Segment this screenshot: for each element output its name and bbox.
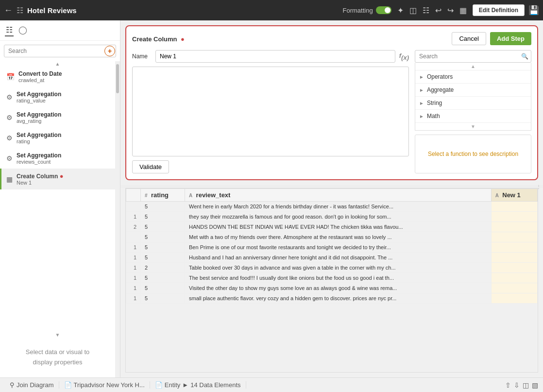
undo-icon[interactable]: ↩	[433, 5, 443, 16]
unsaved-indicator: ●	[179, 35, 184, 43]
rating-cell: 5	[141, 242, 185, 253]
sidebar-item-title: Set Aggregation	[17, 132, 61, 138]
entity-label: Entity	[165, 381, 181, 389]
save-icon[interactable]: 💾	[528, 5, 539, 16]
topbar: ← ☷ Hotel Reviews Formatting ✦ ◫ ☷ ↩ ↪ ▦…	[0, 0, 543, 20]
column-type-icon: A	[189, 193, 192, 198]
panel-header: Create Column ● Cancel Add Step	[132, 32, 531, 45]
new1-cell	[491, 283, 537, 293]
entity-tab[interactable]: 📄 Entity ► 14 Data Elements	[150, 381, 246, 389]
table-row: 2 5 HANDS DOWN THE BEST INDIAN WE HAVE E…	[126, 222, 538, 232]
sidebar-item-convert-to-date[interactable]: 📅 Convert to Date crawled_at	[0, 67, 115, 87]
sidebar-item-aggregation-3[interactable]: ⚙ Set Aggregation rating	[0, 128, 115, 148]
table-header-row: # rating A review_text A New 1	[126, 189, 538, 202]
table-icon[interactable]: ◫	[407, 5, 419, 16]
sidebar-tab-steps[interactable]: ☷	[5, 24, 14, 36]
func-category-string[interactable]: ► String	[415, 97, 531, 110]
sidebar-item-aggregation-1[interactable]: ⚙ Set Aggregation rating_value	[0, 87, 115, 107]
list-icon[interactable]: ☷	[421, 5, 431, 16]
add-step-button[interactable]: Add Step	[490, 32, 531, 45]
new1-column-header[interactable]: A New 1	[491, 189, 537, 202]
chevron-right-icon: ►	[419, 74, 424, 80]
chevron-right-icon: ►	[419, 87, 424, 93]
new1-cell	[491, 253, 537, 263]
row-number: 2	[126, 222, 141, 232]
table-row: 1 5 Husband and I had an anniversary din…	[126, 253, 538, 263]
column-name-input[interactable]	[155, 50, 395, 63]
grid-wrapper[interactable]: # rating A review_text A New 1	[125, 188, 538, 373]
rating-column-header[interactable]: # rating	[141, 189, 185, 202]
new1-cell	[491, 232, 537, 242]
redo-icon[interactable]: ↪	[445, 5, 456, 16]
data-grid: # rating A review_text A New 1	[125, 188, 538, 373]
data-table: # rating A review_text A New 1	[126, 188, 538, 304]
func-category-math[interactable]: ► Math	[415, 110, 531, 123]
back-button[interactable]: ←	[4, 5, 13, 16]
new1-cell	[491, 202, 537, 212]
func-category-aggregate[interactable]: ► Aggregate	[415, 84, 531, 97]
chevron-right-icon: ►	[182, 381, 188, 389]
review-text-cell: Visited the other day to show my guys so…	[185, 283, 492, 293]
func-scroll-up[interactable]: ▲	[471, 64, 475, 69]
review-text-cell: HANDS DOWN THE BEST INDIAN WE HAVE EVER …	[185, 222, 492, 232]
move-down-icon[interactable]: ⇩	[514, 381, 520, 389]
sidebar-search-area: +	[4, 45, 116, 57]
edit-definition-button[interactable]: Edit Definition	[473, 4, 525, 16]
panel-title: Create Column ●	[132, 35, 185, 43]
rating-cell: 5	[141, 253, 185, 263]
row-number: 1	[126, 242, 141, 253]
join-diagram-tab[interactable]: ⚲ Join Diagram	[5, 381, 59, 389]
name-row: Name f(x)	[132, 50, 409, 63]
formatting-toggle-area: Formatting	[343, 6, 391, 14]
sidebar-item-sub: New 1	[17, 180, 64, 186]
new1-cell	[491, 263, 537, 273]
content-area: Create Column ● Cancel Add Step Name f(x…	[120, 20, 543, 377]
rating-cell: 5	[141, 283, 185, 293]
magic-tool-icon[interactable]: ✦	[395, 5, 406, 16]
sheet-tab[interactable]: 📄 Tripadvisor New York H...	[59, 381, 150, 389]
sidebar-item-sub: crawled_at	[18, 77, 62, 83]
statusbar-action-icons: ⇧ ⇩ ◫ ▧	[505, 381, 538, 389]
sidebar-item-sub: rating	[17, 138, 61, 144]
rating-cell: 2	[141, 263, 185, 273]
sidebar-item-title: Set Aggregation	[17, 111, 61, 118]
formula-button[interactable]: f(x)	[399, 51, 409, 61]
sidebar-scrollbar[interactable]	[115, 61, 120, 377]
table-view-icon[interactable]: ◫	[523, 381, 529, 389]
aggregation-icon-1: ⚙	[6, 93, 13, 101]
name-label: Name	[132, 53, 152, 60]
function-list: ▲ ► Operators ► Aggregate ► String	[415, 63, 531, 131]
sidebar-item-sub: rating_value	[17, 98, 61, 103]
rating-cell: 5	[141, 293, 185, 304]
cancel-button[interactable]: Cancel	[452, 32, 486, 45]
aggregation-icon-3: ⚙	[6, 134, 13, 142]
sidebar-item-title: Convert to Date	[18, 70, 62, 77]
formula-editor[interactable]	[132, 67, 409, 156]
function-search-input[interactable]	[415, 50, 531, 63]
sidebar-item-aggregation-4[interactable]: ⚙ Set Aggregation reviews_count	[0, 148, 115, 169]
document-icon: ☷	[17, 6, 23, 15]
share-icon[interactable]: ▦	[458, 5, 469, 16]
split-view-icon[interactable]: ▧	[532, 381, 538, 389]
add-step-button[interactable]: +	[104, 46, 115, 56]
validate-button[interactable]: Validate	[132, 160, 169, 173]
create-column-panel: Create Column ● Cancel Add Step Name f(x…	[125, 25, 538, 180]
formatting-toggle[interactable]	[376, 6, 391, 14]
new1-cell	[491, 293, 537, 304]
scroll-up-button[interactable]: ▲	[0, 61, 115, 67]
func-scroll-down[interactable]: ▼	[471, 124, 475, 129]
convert-date-icon: 📅	[6, 73, 15, 81]
category-label: Operators	[427, 73, 453, 80]
move-up-icon[interactable]: ⇧	[505, 381, 511, 389]
aggregation-icon-4: ⚙	[6, 154, 13, 162]
sidebar-item-aggregation-2[interactable]: ⚙ Set Aggregation avg_rating	[0, 107, 115, 128]
sidebar-search-input[interactable]	[4, 45, 116, 57]
scroll-down-button[interactable]: ▼	[0, 332, 115, 338]
formatting-label: Formatting	[343, 7, 373, 14]
review-text-column-header[interactable]: A review_text	[185, 189, 492, 202]
sidebar-item-create-column[interactable]: ▦ Create Column ● New 1	[0, 169, 115, 189]
func-category-operators[interactable]: ► Operators	[415, 70, 531, 84]
function-description: Select a function to see description	[415, 135, 531, 173]
new1-cell	[491, 222, 537, 232]
sidebar-tab-data[interactable]: ◯	[17, 24, 28, 36]
